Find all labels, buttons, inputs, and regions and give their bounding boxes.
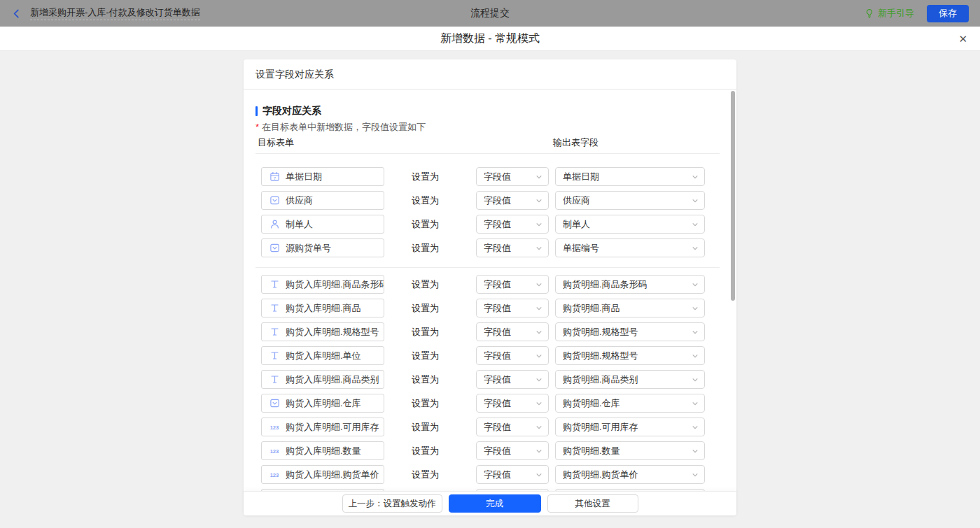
value-type-dropdown[interactable]: 字段值: [476, 238, 549, 257]
field-mapping-row: 购货入库明细.仓库 设置为 字段值 购货明细.仓库: [255, 394, 720, 413]
chevron-down-icon: [536, 305, 542, 312]
chevron-down-icon: [536, 471, 542, 478]
output-field-dropdown[interactable]: 单据日期: [555, 167, 705, 186]
target-field-box: 123 购货入库明细.数量: [261, 441, 384, 460]
chevron-down-icon: [692, 424, 699, 431]
column-header-output-field: 输出表字段: [553, 136, 598, 149]
target-field-box: 购货入库明细.仓库: [261, 394, 384, 413]
scrollbar-thumb[interactable]: [731, 91, 735, 301]
prev-step-button[interactable]: 上一步：设置触发动作: [342, 494, 442, 513]
field-mapping-row: 制单人 设置为 字段值 制单人: [255, 215, 720, 234]
target-field-box: 购货入库明细.规格型号: [261, 322, 384, 341]
chevron-down-icon: [692, 173, 699, 180]
value-type-dropdown[interactable]: 字段值: [476, 465, 549, 484]
output-field-dropdown[interactable]: 购货明细.规格型号: [555, 346, 705, 365]
output-field-dropdown[interactable]: 购货明细.规格型号: [555, 322, 705, 341]
chevron-down-icon: [692, 329, 699, 336]
value-type-dropdown[interactable]: 字段值: [476, 191, 549, 210]
output-field-dropdown[interactable]: 购货明细.可用库存: [555, 418, 705, 436]
top-toolbar: 新增采购开票-入库-付款及修改订货单数据 流程提交 新手引导 保存: [0, 0, 980, 27]
value-type-value: 字段值: [484, 421, 511, 434]
svg-text:123: 123: [270, 448, 279, 455]
set-as-label: 设置为: [412, 469, 441, 481]
value-type-dropdown[interactable]: 字段值: [476, 215, 549, 234]
close-icon[interactable]: ✕: [958, 34, 967, 44]
column-header-target-form: 目标表单: [258, 136, 553, 149]
output-field-dropdown[interactable]: 购货明细.仓库: [555, 394, 705, 413]
value-type-dropdown[interactable]: 字段值: [476, 322, 549, 341]
chevron-down-icon: [692, 448, 699, 455]
value-type-value: 字段值: [484, 218, 511, 231]
column-headers: 目标表单 输出表字段: [255, 136, 720, 154]
section-note: *在目标表单中新增数据，字段值设置如下: [255, 121, 720, 134]
value-type-dropdown[interactable]: 字段值: [476, 418, 549, 436]
field-mapping-row: 7 单据日期 设置为 字段值 单据日期: [255, 167, 720, 186]
set-as-label: 设置为: [412, 421, 441, 434]
calendar-icon: 7: [268, 171, 281, 183]
modal-header: 新增数据 - 常规模式 ✕: [0, 27, 980, 51]
value-type-dropdown[interactable]: 字段值: [476, 346, 549, 365]
chevron-down-icon: [536, 281, 542, 288]
chevron-down-icon: [536, 352, 542, 359]
done-button[interactable]: 完成: [449, 494, 541, 513]
section-title-text: 字段对应关系: [262, 105, 321, 117]
output-field-dropdown[interactable]: 单据编号: [555, 238, 705, 257]
mapping-group-detail: 购货入库明细.商品条形码 设置为 字段值 购货明细.商品条形码 购货入库明细.商…: [255, 267, 720, 491]
beginner-guide-link[interactable]: 新手引导: [864, 7, 914, 20]
value-type-dropdown[interactable]: 字段值: [476, 167, 549, 186]
target-field-label: 源购货单号: [286, 242, 331, 255]
save-button[interactable]: 保存: [927, 5, 969, 22]
value-type-value: 字段值: [484, 326, 511, 338]
output-field-dropdown[interactable]: 购货明细.商品条形码: [555, 275, 705, 294]
field-mapping-row: 供应商 设置为 字段值 供应商: [255, 191, 720, 210]
target-field-box: 7 单据日期: [261, 167, 384, 186]
output-field-dropdown[interactable]: 购货明细.数量: [555, 441, 705, 460]
other-settings-button[interactable]: 其他设置: [547, 494, 638, 513]
back-button[interactable]: [11, 8, 22, 19]
value-type-dropdown[interactable]: 字段值: [476, 394, 549, 413]
set-as-label: 设置为: [412, 445, 441, 457]
target-field-label: 购货入库明细.商品类别: [286, 373, 379, 386]
value-type-value: 字段值: [484, 469, 511, 481]
workflow-title[interactable]: 新增采购开票-入库-付款及修改订货单数据: [30, 7, 200, 20]
output-field-value: 购货明细.购货单价: [563, 469, 638, 481]
target-field-label: 购货入库明细.单位: [286, 350, 361, 362]
target-field-label: 购货入库明细.商品条形码: [286, 278, 384, 291]
modal-title: 新增数据 - 常规模式: [440, 31, 540, 46]
chevron-down-icon: [692, 197, 699, 204]
output-field-dropdown[interactable]: 供应商: [555, 191, 705, 210]
output-field-dropdown[interactable]: 购货明细.商品类别: [555, 370, 705, 389]
value-type-value: 字段值: [484, 278, 511, 291]
select-icon: [268, 398, 281, 409]
field-mapping-row: 123 购货入库明细.数量 设置为 字段值 购货明细.数量: [255, 441, 720, 460]
output-field-value: 单据日期: [563, 171, 599, 183]
svg-text:123: 123: [270, 472, 279, 478]
section-title: 字段对应关系: [255, 104, 720, 118]
chevron-down-icon: [536, 221, 542, 228]
chevron-down-icon: [536, 400, 542, 407]
value-type-dropdown[interactable]: 字段值: [476, 299, 549, 317]
field-mapping-row: 123 购货入库明细.购货单价 设置为 字段值 购货明细.购货单价: [255, 465, 720, 484]
guide-label: 新手引导: [878, 7, 914, 20]
output-field-value: 购货明细.规格型号: [563, 350, 638, 362]
chevron-down-icon: [692, 471, 699, 478]
output-field-value: 购货明细.商品条形码: [563, 278, 648, 291]
value-type-value: 字段值: [484, 242, 511, 255]
text-icon: [268, 279, 281, 290]
set-as-label: 设置为: [412, 350, 441, 362]
target-field-label: 购货入库明细.数量: [286, 445, 361, 457]
chevron-down-icon: [692, 305, 699, 312]
panel-scroll-area[interactable]: 字段对应关系 *在目标表单中新增数据，字段值设置如下 目标表单 输出表字段 7 …: [244, 90, 736, 491]
output-field-dropdown[interactable]: 购货明细.商品: [555, 299, 705, 317]
output-field-value: 购货明细.仓库: [563, 397, 620, 410]
value-type-dropdown[interactable]: 字段值: [476, 275, 549, 294]
output-field-dropdown[interactable]: 制单人: [555, 215, 705, 234]
output-field-value: 供应商: [563, 194, 590, 207]
output-field-value: 购货明细.商品: [563, 302, 620, 315]
value-type-dropdown[interactable]: 字段值: [476, 441, 549, 460]
output-field-value: 单据编号: [563, 242, 599, 255]
output-field-dropdown[interactable]: 购货明细.购货单价: [555, 465, 705, 484]
user-icon: [268, 219, 281, 230]
value-type-dropdown[interactable]: 字段值: [476, 370, 549, 389]
number-icon: 123: [268, 469, 281, 480]
